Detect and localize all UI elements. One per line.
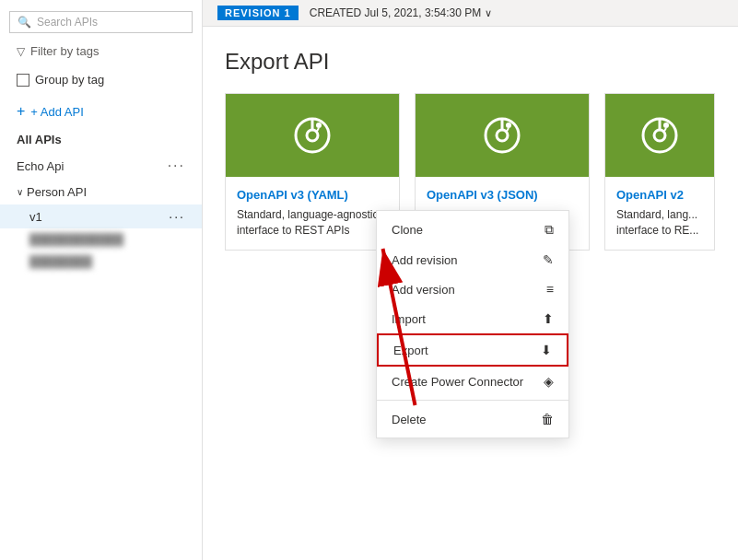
menu-divider	[377, 400, 568, 401]
filter-label: Filter by tags	[30, 44, 99, 58]
menu-item-clone[interactable]: Clone ⧉	[377, 215, 568, 245]
delete-label: Delete	[392, 413, 427, 426]
echo-api-dots[interactable]: ···	[168, 158, 185, 174]
api-card-v2[interactable]: OpenAPI v2 Standard, lang...interface to…	[604, 93, 715, 251]
power-connector-icon: ◈	[544, 374, 554, 389]
main-area: REVISION 1 CREATED Jul 5, 2021, 3:54:30 …	[203, 0, 738, 560]
v1-dots[interactable]: ···	[169, 209, 185, 224]
clone-label: Clone	[392, 223, 423, 237]
revision-badge: REVISION 1	[217, 6, 299, 20]
export-icon: ⬇	[541, 343, 552, 357]
sidebar-item-v1[interactable]: v1 ···	[0, 204, 202, 228]
revision-date: CREATED Jul 5, 2021, 3:54:30 PM ∨	[310, 6, 493, 19]
svg-point-3	[316, 122, 322, 128]
blurred-item-1: ████████████	[0, 228, 202, 251]
clone-icon: ⧉	[545, 222, 554, 238]
add-revision-label: Add revision	[392, 253, 458, 267]
api-card-title-json: OpenAPI v3 (JSON)	[427, 188, 578, 202]
add-version-label: Add version	[392, 283, 455, 297]
add-version-icon: ≡	[546, 282, 554, 297]
search-icon: 🔍	[18, 16, 31, 29]
sidebar-item-echo-api[interactable]: Echo Api ···	[0, 152, 202, 180]
power-connector-label: Create Power Connector	[392, 375, 523, 389]
api-card-icon-json	[416, 94, 589, 177]
menu-item-add-revision[interactable]: Add revision ✎	[377, 245, 568, 274]
delete-icon: 🗑	[541, 412, 554, 426]
api-card-title-yaml: OpenAPI v3 (YAML)	[237, 188, 388, 202]
menu-item-export[interactable]: Export ⬇	[377, 333, 568, 367]
api-card-icon-yaml	[226, 94, 399, 177]
menu-item-import[interactable]: Import ⬆	[377, 304, 568, 333]
sidebar: 🔍 Search APIs ▽ Filter by tags Group by …	[0, 0, 203, 560]
openapi-icon-json	[479, 112, 525, 158]
import-icon: ⬆	[543, 311, 554, 326]
svg-point-8	[506, 122, 511, 128]
page-title: Export API	[225, 49, 716, 75]
echo-api-label: Echo Api	[17, 159, 64, 173]
blurred-item-2: ████████	[0, 251, 202, 273]
revision-date-text: CREATED Jul 5, 2021, 3:54:30 PM	[310, 6, 482, 19]
api-card-desc-yaml: Standard, language-agnostic interface to…	[237, 207, 388, 239]
group-checkbox[interactable]	[17, 74, 29, 87]
api-card-title-v2: OpenAPI v2	[616, 188, 703, 202]
svg-line-4	[316, 128, 319, 133]
openapi-icon-v2	[637, 112, 683, 158]
group-by-tag[interactable]: Group by tag	[9, 69, 193, 90]
add-icon: +	[17, 103, 25, 120]
v1-label: v1	[29, 210, 42, 224]
svg-line-9	[506, 128, 509, 133]
menu-item-delete[interactable]: Delete 🗑	[377, 404, 568, 434]
search-placeholder: Search APIs	[37, 16, 98, 29]
sidebar-item-person-api[interactable]: ∨ Person API	[0, 180, 202, 204]
context-menu: Clone ⧉ Add revision ✎ Add version ≡ Imp…	[376, 210, 569, 438]
menu-item-power-connector[interactable]: Create Power Connector ◈	[377, 367, 568, 396]
svg-point-13	[663, 122, 669, 128]
group-label: Group by tag	[35, 73, 104, 87]
filter-tags[interactable]: ▽ Filter by tags	[9, 41, 193, 62]
chevron-down-icon: ∨	[485, 7, 492, 19]
menu-item-add-version[interactable]: Add version ≡	[377, 274, 568, 304]
openapi-icon-yaml	[289, 112, 335, 158]
api-card-icon-v2	[605, 94, 714, 177]
person-api-label: Person API	[27, 185, 87, 199]
import-label: Import	[392, 312, 426, 326]
all-apis-title: All APIs	[0, 125, 202, 152]
search-bar[interactable]: 🔍 Search APIs	[9, 11, 193, 33]
add-revision-icon: ✎	[543, 252, 554, 267]
export-label: Export	[393, 344, 428, 357]
chevron-down-icon: ∨	[17, 187, 23, 197]
filter-icon: ▽	[17, 45, 25, 58]
api-card-desc-v2: Standard, lang...interface to RE...	[616, 207, 703, 239]
svg-line-14	[663, 128, 666, 133]
revision-bar: REVISION 1 CREATED Jul 5, 2021, 3:54:30 …	[203, 0, 738, 27]
api-card-yaml[interactable]: OpenAPI v3 (YAML) Standard, language-agn…	[225, 93, 400, 251]
api-card-body-v2: OpenAPI v2 Standard, lang...interface to…	[605, 177, 714, 250]
add-api-button[interactable]: + + Add API	[0, 98, 202, 125]
add-api-label: + Add API	[30, 105, 83, 119]
api-card-body-yaml: OpenAPI v3 (YAML) Standard, language-agn…	[226, 177, 399, 250]
